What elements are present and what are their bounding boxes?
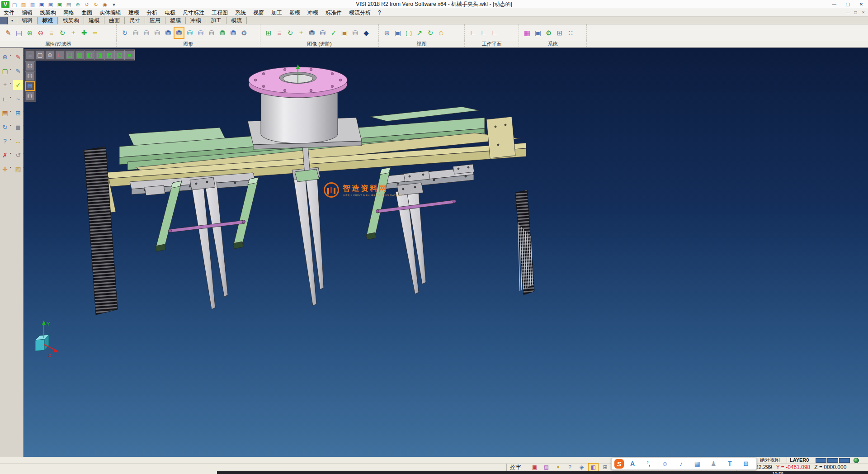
- help-icon[interactable]: ?: [565, 464, 575, 471]
- active-layer-status[interactable]: LAYER0: [787, 457, 812, 464]
- minimize-button[interactable]: —: [827, 0, 841, 9]
- shading-smiley-icon[interactable]: ☺: [436, 27, 447, 39]
- tab-wireframe[interactable]: 线架构: [58, 17, 84, 24]
- cylinder-striped-icon[interactable]: ⛁: [317, 27, 328, 39]
- layer-slot-2-icon[interactable]: ⛁: [25, 71, 35, 81]
- tab-modeling[interactable]: 建模: [84, 17, 104, 24]
- view-bottom-icon[interactable]: ▥: [75, 50, 85, 60]
- print-icon[interactable]: ▤: [65, 1, 73, 8]
- voice-input-icon[interactable]: ♪: [674, 458, 689, 469]
- tab-application[interactable]: 应用: [145, 17, 165, 24]
- layer-empty-3-icon[interactable]: ⛁: [152, 27, 163, 39]
- navigate-compass-icon[interactable]: ✛: [0, 164, 10, 174]
- undo-icon[interactable]: ↺: [13, 150, 23, 160]
- view-menu-icon[interactable]: ≡: [25, 50, 35, 60]
- grid-window-icon[interactable]: ⊞: [13, 108, 23, 118]
- ucs-cube-icon[interactable]: ◧: [589, 464, 598, 471]
- workplane-standard-icon[interactable]: ∟: [467, 27, 478, 39]
- toolbox-icon[interactable]: ⊞: [738, 458, 754, 469]
- layer-slot-1-icon[interactable]: ⛁: [25, 62, 35, 71]
- tab-mould[interactable]: 塑膜: [165, 17, 185, 24]
- shaded-cube-icon[interactable]: ◼: [13, 122, 23, 132]
- copy-attributes-icon[interactable]: ▤: [14, 27, 24, 39]
- hide-all-icon[interactable]: ━: [90, 27, 100, 39]
- windows-taskbar-sliver[interactable]: 10:58: [217, 471, 868, 474]
- modify-attributes-icon[interactable]: ✎: [3, 27, 14, 39]
- visi-logo[interactable]: V: [1, 1, 9, 8]
- punctuation-mode[interactable]: ’,: [641, 458, 656, 469]
- show-entities-icon[interactable]: ⊕: [24, 27, 35, 39]
- view-back-icon[interactable]: ▧: [115, 50, 124, 60]
- menu-item[interactable]: 曲面: [78, 9, 96, 16]
- filter-traffic-icon[interactable]: ≡: [46, 27, 57, 39]
- layer-copy-icon[interactable]: ⛃: [228, 27, 239, 39]
- layer-manager-icon[interactable]: ⚙: [239, 27, 250, 39]
- refresh-visibility-icon[interactable]: ↻: [57, 27, 68, 39]
- zoom-extents-icon[interactable]: ▢: [403, 27, 414, 39]
- grid-toggle-icon[interactable]: ⊞: [600, 464, 610, 471]
- image-capture-icon[interactable]: ▣: [533, 27, 543, 39]
- restore-button[interactable]: ▢: [841, 0, 854, 9]
- menu-item[interactable]: 文件: [0, 9, 18, 16]
- menu-item[interactable]: ?: [374, 9, 385, 16]
- color-table-icon[interactable]: ▦: [522, 27, 533, 39]
- model-right-rack[interactable]: [515, 190, 534, 295]
- redraw-icon[interactable]: ↻: [119, 27, 130, 39]
- package-icon[interactable]: ◈: [577, 464, 586, 471]
- lock-toggle[interactable]: 拴牢: [506, 464, 528, 472]
- mdi-restore-button[interactable]: ▢: [852, 9, 859, 16]
- menu-item[interactable]: 线架构: [36, 9, 60, 16]
- view-iso-icon[interactable]: ■: [125, 50, 134, 60]
- menu-item[interactable]: 系统: [231, 9, 250, 16]
- attributes-palette-icon[interactable]: ▤: [0, 108, 10, 118]
- hide-entities-icon[interactable]: ⊖: [35, 27, 46, 39]
- skin-shirt-icon[interactable]: T: [722, 458, 737, 469]
- insert-file-icon[interactable]: ▥: [28, 1, 37, 8]
- mdi-minimize-button[interactable]: —: [844, 9, 852, 16]
- soft-keyboard-icon[interactable]: ▦: [690, 458, 705, 469]
- tab-flow[interactable]: 模流: [226, 17, 247, 24]
- save-icon[interactable]: ▣: [38, 1, 46, 8]
- snap-grid-icon[interactable]: ▣: [530, 464, 539, 471]
- view-top-icon[interactable]: ▤: [65, 50, 75, 60]
- context-help-icon[interactable]: ?: [0, 136, 10, 146]
- cylinder-dark-icon[interactable]: ⛃: [307, 27, 317, 39]
- tab-standard[interactable]: 标准: [37, 16, 58, 24]
- zoom-extents-icon[interactable]: ▢: [0, 66, 10, 76]
- layer-empty-2-icon[interactable]: ⛁: [141, 27, 152, 39]
- layer-cyan-icon[interactable]: ⛁: [184, 27, 195, 39]
- adv-add-view-icon[interactable]: ⊞: [263, 27, 274, 39]
- tab-surface[interactable]: 曲面: [104, 17, 124, 24]
- zoom-inout-icon[interactable]: ±: [0, 80, 10, 90]
- toolbar-options-icon[interactable]: ▾: [110, 1, 118, 8]
- layer-light-icon[interactable]: ⛁: [195, 27, 206, 39]
- emoji-picker-icon[interactable]: ☺: [657, 458, 673, 469]
- menu-item[interactable]: 电极: [161, 9, 179, 16]
- menu-item[interactable]: 尺寸标注: [179, 9, 208, 16]
- adv-filter-icon[interactable]: ≡: [274, 27, 285, 39]
- system-config-icon[interactable]: ⚙: [543, 27, 554, 39]
- zoom-dynamic-icon[interactable]: ⊕: [45, 50, 55, 60]
- open-folder-icon[interactable]: ▨: [13, 164, 23, 174]
- regenerate-icon[interactable]: ↻: [0, 122, 10, 132]
- more-options-icon[interactable]: ∷: [565, 27, 576, 39]
- pan-arrow-icon[interactable]: ↗: [414, 27, 425, 39]
- save-as-icon[interactable]: ▣: [47, 1, 55, 8]
- menu-item[interactable]: 冲模: [304, 9, 322, 16]
- sogou-logo[interactable]: S: [614, 459, 624, 469]
- zoom-window-icon[interactable]: ▣: [392, 27, 403, 39]
- workplane-triad-icon[interactable]: ∟: [0, 94, 10, 104]
- axes-icon[interactable]: ∟: [55, 50, 65, 60]
- undo-icon[interactable]: ↺: [83, 1, 91, 8]
- layer-wireframe-icon[interactable]: ⛁: [206, 27, 217, 39]
- validate-icon[interactable]: ✓: [13, 80, 23, 90]
- menu-item[interactable]: 标准件: [322, 9, 345, 16]
- selection-filter-icon[interactable]: ▨: [542, 464, 551, 471]
- zoom-in-icon[interactable]: ⊕: [382, 27, 392, 39]
- menu-item[interactable]: 视窗: [250, 9, 268, 16]
- zoom-preview-icon[interactable]: ⊕: [0, 52, 10, 62]
- menu-item[interactable]: 塑模: [286, 9, 304, 16]
- menu-item[interactable]: 加工: [268, 9, 286, 16]
- mdi-close-button[interactable]: ✕: [859, 9, 867, 16]
- preview-icon[interactable]: ⊕: [74, 1, 82, 8]
